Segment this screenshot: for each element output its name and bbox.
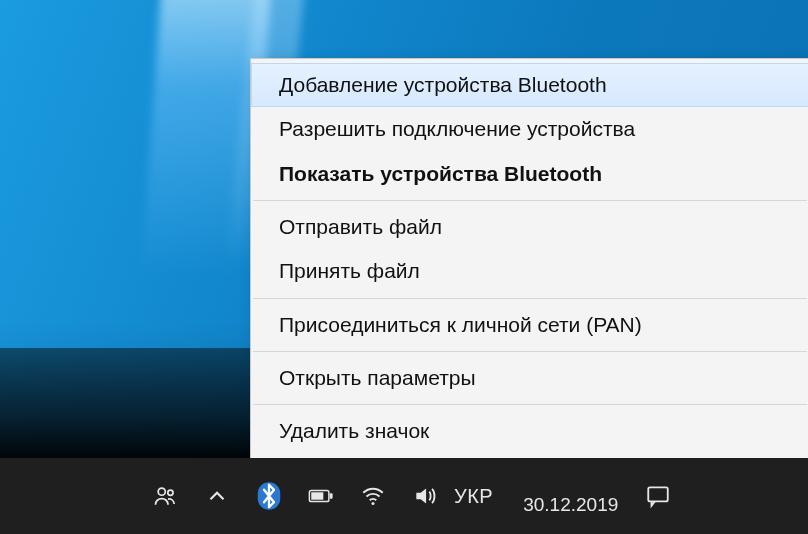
menu-item-label: Присоединиться к личной сети (PAN)	[279, 313, 642, 336]
system-tray	[150, 481, 440, 511]
svg-rect-4	[330, 493, 333, 499]
menu-separator	[253, 200, 807, 201]
chevron-up-icon[interactable]	[202, 481, 232, 511]
bluetooth-icon[interactable]	[254, 481, 284, 511]
menu-separator	[253, 351, 807, 352]
notification-icon[interactable]	[644, 482, 672, 510]
battery-icon[interactable]	[306, 481, 336, 511]
svg-point-6	[371, 502, 374, 505]
taskbar-time	[523, 476, 618, 494]
svg-point-1	[168, 490, 173, 495]
menu-item-label: Удалить значок	[279, 419, 429, 442]
language-indicator[interactable]: УКР	[454, 485, 493, 508]
menu-item-label: Отправить файл	[279, 215, 442, 238]
svg-rect-7	[649, 487, 669, 501]
menu-item[interactable]: Разрешить подключение устройства	[251, 107, 808, 151]
wifi-icon[interactable]	[358, 481, 388, 511]
menu-item-label: Добавление устройства Bluetooth	[279, 73, 607, 96]
menu-item[interactable]: Удалить значок	[251, 409, 808, 453]
menu-item-label: Разрешить подключение устройства	[279, 117, 635, 140]
taskbar-date: 30.12.2019	[523, 494, 618, 516]
svg-rect-5	[311, 492, 323, 499]
menu-item[interactable]: Показать устройства Bluetooth	[251, 152, 808, 196]
menu-item-label: Открыть параметры	[279, 366, 476, 389]
volume-icon[interactable]	[410, 481, 440, 511]
menu-item[interactable]: Присоединиться к личной сети (PAN)	[251, 303, 808, 347]
taskbar: УКР 30.12.2019	[0, 458, 808, 534]
menu-item[interactable]: Принять файл	[251, 249, 808, 293]
menu-item[interactable]: Открыть параметры	[251, 356, 808, 400]
taskbar-clock[interactable]: 30.12.2019	[523, 476, 618, 516]
menu-item-label: Показать устройства Bluetooth	[279, 162, 602, 185]
svg-point-0	[158, 488, 165, 495]
bluetooth-context-menu: Добавление устройства BluetoothРазрешить…	[250, 58, 808, 459]
menu-separator	[253, 404, 807, 405]
menu-item[interactable]: Добавление устройства Bluetooth	[251, 63, 808, 107]
menu-item[interactable]: Отправить файл	[251, 205, 808, 249]
menu-separator	[253, 298, 807, 299]
menu-item-label: Принять файл	[279, 259, 420, 282]
people-icon[interactable]	[150, 481, 180, 511]
